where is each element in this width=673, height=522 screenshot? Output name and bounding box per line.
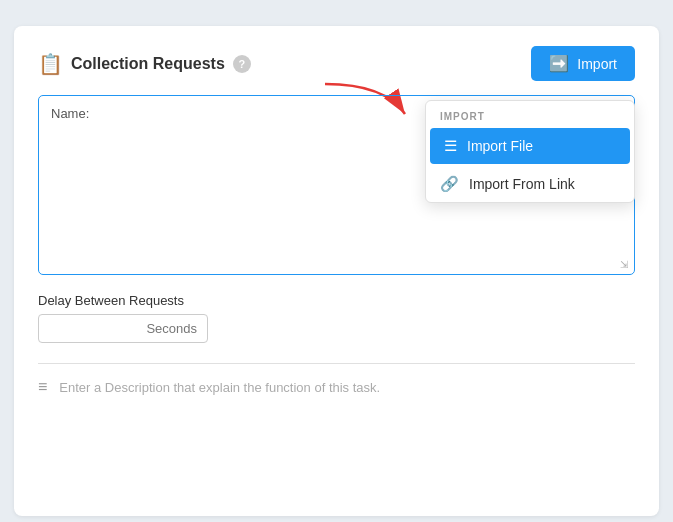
import-file-label: Import File xyxy=(467,138,533,154)
divider xyxy=(38,363,635,364)
section-header: 📋 Collection Requests ? ➡️ Import xyxy=(38,46,635,81)
section-title-area: 📋 Collection Requests ? xyxy=(38,52,251,76)
menu-lines-icon: ≡ xyxy=(38,378,47,396)
description-row: ≡ Enter a Description that explain the f… xyxy=(38,378,635,396)
import-file-icon: ☰ xyxy=(444,137,457,155)
import-file-item[interactable]: ☰ Import File xyxy=(430,128,630,164)
help-icon[interactable]: ? xyxy=(233,55,251,73)
section-title: Collection Requests xyxy=(71,55,225,73)
delay-section: Delay Between Requests xyxy=(38,293,635,343)
import-link-item[interactable]: 🔗 Import From Link xyxy=(426,166,634,202)
import-button[interactable]: ➡️ Import xyxy=(531,46,635,81)
import-btn-icon: ➡️ xyxy=(549,54,569,73)
dropdown-header: IMPORT xyxy=(426,101,634,128)
import-link-label: Import From Link xyxy=(469,176,575,192)
delay-label: Delay Between Requests xyxy=(38,293,635,308)
main-card: 📋 Collection Requests ? ➡️ Import xyxy=(14,26,659,516)
import-btn-wrapper: ➡️ Import IMPORT xyxy=(531,46,635,81)
import-dropdown: IMPORT ☰ Import File 🔗 Import From Link xyxy=(425,100,635,203)
clipboard-icon: 📋 xyxy=(38,52,63,76)
page-title: Postman Collection xyxy=(16,0,119,2)
description-placeholder: Enter a Description that explain the fun… xyxy=(59,380,380,395)
delay-input[interactable] xyxy=(38,314,208,343)
resize-handle[interactable]: ⇲ xyxy=(620,260,632,272)
import-btn-label: Import xyxy=(577,56,617,72)
import-link-icon: 🔗 xyxy=(440,175,459,193)
